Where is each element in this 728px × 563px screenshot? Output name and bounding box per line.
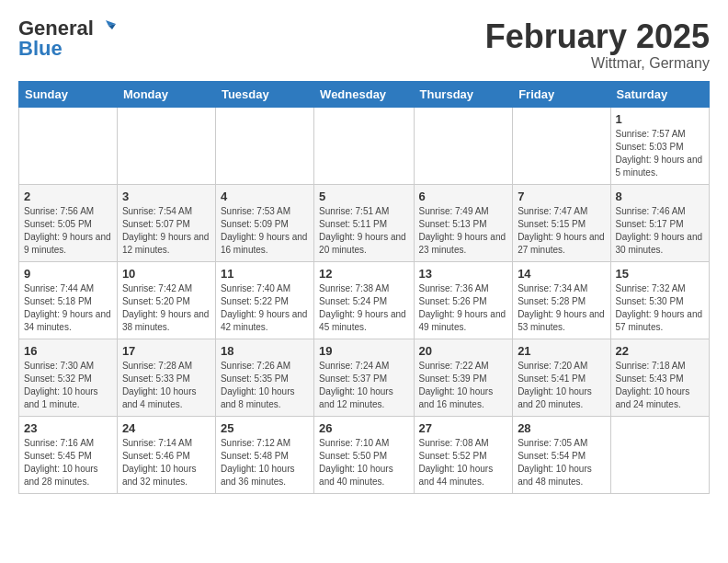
day-number: 22 bbox=[616, 344, 704, 358]
calendar-header-monday: Monday bbox=[117, 81, 215, 107]
calendar-week-row: 16Sunrise: 7:30 AM Sunset: 5:32 PM Dayli… bbox=[19, 339, 710, 416]
calendar-cell: 8Sunrise: 7:46 AM Sunset: 5:17 PM Daylig… bbox=[610, 184, 709, 261]
calendar-cell: 21Sunrise: 7:20 AM Sunset: 5:41 PM Dayli… bbox=[513, 339, 610, 416]
calendar-header-saturday: Saturday bbox=[610, 81, 709, 107]
day-info: Sunrise: 7:38 AM Sunset: 5:24 PM Dayligh… bbox=[319, 282, 408, 334]
calendar-cell: 9Sunrise: 7:44 AM Sunset: 5:18 PM Daylig… bbox=[19, 261, 118, 339]
calendar-cell bbox=[513, 107, 610, 184]
day-info: Sunrise: 7:18 AM Sunset: 5:43 PM Dayligh… bbox=[616, 360, 704, 411]
day-number: 18 bbox=[221, 344, 309, 358]
calendar-header-row: SundayMondayTuesdayWednesdayThursdayFrid… bbox=[19, 81, 710, 107]
day-number: 20 bbox=[419, 344, 508, 358]
day-number: 16 bbox=[24, 344, 112, 358]
calendar-cell: 18Sunrise: 7:26 AM Sunset: 5:35 PM Dayli… bbox=[215, 339, 313, 416]
day-number: 15 bbox=[616, 267, 704, 281]
title-block: February 2025 Wittmar, Germany bbox=[485, 18, 710, 72]
day-number: 17 bbox=[122, 344, 210, 358]
calendar-cell: 23Sunrise: 7:16 AM Sunset: 5:45 PM Dayli… bbox=[19, 416, 118, 493]
calendar-cell bbox=[610, 416, 709, 493]
calendar-header-thursday: Thursday bbox=[414, 81, 513, 107]
day-number: 21 bbox=[518, 344, 605, 358]
day-info: Sunrise: 7:56 AM Sunset: 5:05 PM Dayligh… bbox=[24, 205, 112, 257]
calendar-header-wednesday: Wednesday bbox=[314, 81, 414, 107]
day-info: Sunrise: 7:36 AM Sunset: 5:26 PM Dayligh… bbox=[419, 282, 508, 334]
day-number: 3 bbox=[122, 190, 210, 203]
day-number: 28 bbox=[518, 421, 605, 435]
calendar-cell: 12Sunrise: 7:38 AM Sunset: 5:24 PM Dayli… bbox=[314, 261, 414, 339]
calendar-cell: 1Sunrise: 7:57 AM Sunset: 5:03 PM Daylig… bbox=[610, 107, 709, 184]
calendar-week-row: 23Sunrise: 7:16 AM Sunset: 5:45 PM Dayli… bbox=[19, 416, 710, 493]
calendar-cell: 19Sunrise: 7:24 AM Sunset: 5:37 PM Dayli… bbox=[314, 339, 414, 416]
day-number: 25 bbox=[221, 421, 309, 435]
day-info: Sunrise: 7:32 AM Sunset: 5:30 PM Dayligh… bbox=[616, 282, 704, 334]
logo-general-text: General bbox=[18, 18, 94, 39]
location-text: Wittmar, Germany bbox=[485, 55, 710, 72]
day-info: Sunrise: 7:44 AM Sunset: 5:18 PM Dayligh… bbox=[24, 282, 112, 334]
calendar-cell: 2Sunrise: 7:56 AM Sunset: 5:05 PM Daylig… bbox=[19, 184, 118, 261]
day-info: Sunrise: 7:14 AM Sunset: 5:46 PM Dayligh… bbox=[122, 437, 210, 488]
calendar-cell bbox=[117, 107, 215, 184]
day-number: 23 bbox=[24, 421, 112, 435]
calendar-cell: 4Sunrise: 7:53 AM Sunset: 5:09 PM Daylig… bbox=[215, 184, 313, 261]
calendar-cell: 20Sunrise: 7:22 AM Sunset: 5:39 PM Dayli… bbox=[414, 339, 513, 416]
day-info: Sunrise: 7:24 AM Sunset: 5:37 PM Dayligh… bbox=[319, 360, 408, 411]
calendar-week-row: 1Sunrise: 7:57 AM Sunset: 5:03 PM Daylig… bbox=[19, 107, 710, 184]
day-number: 9 bbox=[24, 267, 112, 281]
calendar-cell: 6Sunrise: 7:49 AM Sunset: 5:13 PM Daylig… bbox=[414, 184, 513, 261]
calendar-header-friday: Friday bbox=[513, 81, 610, 107]
calendar-cell: 3Sunrise: 7:54 AM Sunset: 5:07 PM Daylig… bbox=[117, 184, 215, 261]
day-number: 19 bbox=[319, 344, 408, 358]
calendar-table: SundayMondayTuesdayWednesdayThursdayFrid… bbox=[18, 81, 710, 494]
calendar-cell: 22Sunrise: 7:18 AM Sunset: 5:43 PM Dayli… bbox=[610, 339, 709, 416]
day-info: Sunrise: 7:49 AM Sunset: 5:13 PM Dayligh… bbox=[419, 205, 508, 257]
calendar-cell bbox=[215, 107, 313, 184]
day-number: 7 bbox=[518, 190, 605, 203]
calendar-week-row: 2Sunrise: 7:56 AM Sunset: 5:05 PM Daylig… bbox=[19, 184, 710, 261]
calendar-cell: 15Sunrise: 7:32 AM Sunset: 5:30 PM Dayli… bbox=[610, 261, 709, 339]
calendar-week-row: 9Sunrise: 7:44 AM Sunset: 5:18 PM Daylig… bbox=[19, 261, 710, 339]
day-info: Sunrise: 7:05 AM Sunset: 5:54 PM Dayligh… bbox=[518, 437, 605, 488]
calendar-cell: 5Sunrise: 7:51 AM Sunset: 5:11 PM Daylig… bbox=[314, 184, 414, 261]
calendar-cell: 28Sunrise: 7:05 AM Sunset: 5:54 PM Dayli… bbox=[513, 416, 610, 493]
day-info: Sunrise: 7:16 AM Sunset: 5:45 PM Dayligh… bbox=[24, 437, 112, 488]
calendar-cell: 11Sunrise: 7:40 AM Sunset: 5:22 PM Dayli… bbox=[215, 261, 313, 339]
day-info: Sunrise: 7:30 AM Sunset: 5:32 PM Dayligh… bbox=[24, 360, 112, 411]
day-info: Sunrise: 7:40 AM Sunset: 5:22 PM Dayligh… bbox=[221, 282, 309, 334]
day-number: 2 bbox=[24, 190, 112, 203]
calendar-cell bbox=[19, 107, 118, 184]
logo-bird-icon bbox=[96, 17, 116, 37]
calendar-cell bbox=[414, 107, 513, 184]
day-info: Sunrise: 7:42 AM Sunset: 5:20 PM Dayligh… bbox=[122, 282, 210, 334]
logo-blue-text: Blue bbox=[18, 39, 63, 59]
day-number: 6 bbox=[419, 190, 508, 203]
calendar-cell: 25Sunrise: 7:12 AM Sunset: 5:48 PM Dayli… bbox=[215, 416, 313, 493]
day-number: 14 bbox=[518, 267, 605, 281]
day-number: 13 bbox=[419, 267, 508, 281]
page-header: General Blue February 2025 Wittmar, Germ… bbox=[18, 18, 710, 72]
logo: General Blue bbox=[18, 18, 116, 59]
day-number: 8 bbox=[616, 190, 704, 203]
day-info: Sunrise: 7:28 AM Sunset: 5:33 PM Dayligh… bbox=[122, 360, 210, 411]
day-number: 24 bbox=[122, 421, 210, 435]
day-info: Sunrise: 7:10 AM Sunset: 5:50 PM Dayligh… bbox=[319, 437, 408, 488]
day-info: Sunrise: 7:20 AM Sunset: 5:41 PM Dayligh… bbox=[518, 360, 605, 411]
calendar-cell: 24Sunrise: 7:14 AM Sunset: 5:46 PM Dayli… bbox=[117, 416, 215, 493]
day-number: 5 bbox=[319, 190, 408, 203]
day-number: 11 bbox=[221, 267, 309, 281]
calendar-header-tuesday: Tuesday bbox=[215, 81, 313, 107]
day-number: 27 bbox=[419, 421, 508, 435]
calendar-cell: 26Sunrise: 7:10 AM Sunset: 5:50 PM Dayli… bbox=[314, 416, 414, 493]
calendar-cell: 10Sunrise: 7:42 AM Sunset: 5:20 PM Dayli… bbox=[117, 261, 215, 339]
calendar-cell: 17Sunrise: 7:28 AM Sunset: 5:33 PM Dayli… bbox=[117, 339, 215, 416]
calendar-cell: 16Sunrise: 7:30 AM Sunset: 5:32 PM Dayli… bbox=[19, 339, 118, 416]
calendar-cell: 27Sunrise: 7:08 AM Sunset: 5:52 PM Dayli… bbox=[414, 416, 513, 493]
day-info: Sunrise: 7:47 AM Sunset: 5:15 PM Dayligh… bbox=[518, 205, 605, 257]
month-title: February 2025 bbox=[485, 18, 710, 55]
day-number: 12 bbox=[319, 267, 408, 281]
calendar-cell bbox=[314, 107, 414, 184]
calendar-cell: 13Sunrise: 7:36 AM Sunset: 5:26 PM Dayli… bbox=[414, 261, 513, 339]
day-info: Sunrise: 7:12 AM Sunset: 5:48 PM Dayligh… bbox=[221, 437, 309, 488]
day-info: Sunrise: 7:26 AM Sunset: 5:35 PM Dayligh… bbox=[221, 360, 309, 411]
day-number: 1 bbox=[616, 112, 704, 126]
calendar-header-sunday: Sunday bbox=[19, 81, 118, 107]
